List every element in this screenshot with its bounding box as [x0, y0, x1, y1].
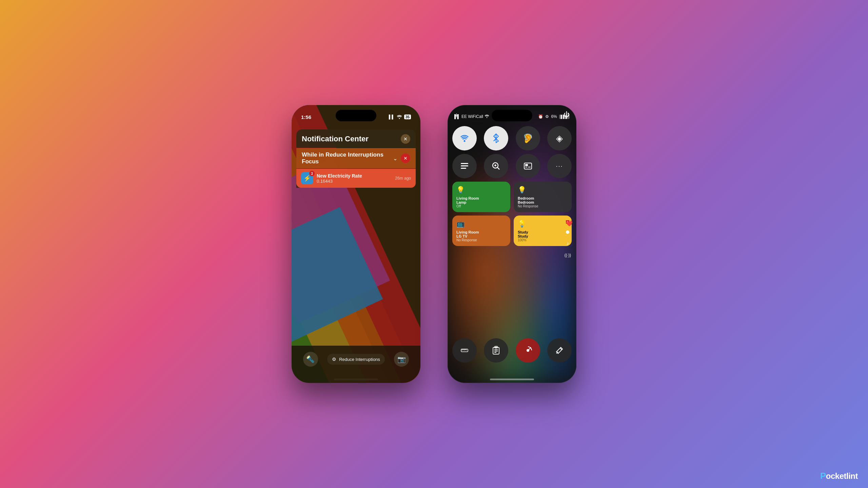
phone-1: 1:56 ▌▌ 35 Notification Center ✕ [292, 105, 420, 383]
reduce-interruptions-label: Reduce Interruptions [339, 357, 380, 362]
radar-button[interactable] [516, 338, 540, 363]
svg-rect-13 [525, 164, 528, 166]
notes-button[interactable] [452, 154, 477, 178]
wifi-toggle[interactable] [452, 126, 477, 150]
nc-chevron-icon[interactable]: ⌄ [393, 155, 397, 162]
study-lamp-tile[interactable]: 💡 Study Study 100% [514, 216, 572, 246]
phone-2: + ⏻ ▌▌ EE WiFiCall ⏰ ⚙ 6% [448, 105, 576, 383]
phone2-battery: 6% [551, 114, 557, 119]
hearing-toggle[interactable]: 🦻 [516, 126, 540, 150]
nc-group: While in Reduce Interruptions Focus ⌄ ✕ … [296, 148, 416, 188]
nc-group-header: While in Reduce Interruptions Focus ⌄ ✕ [296, 148, 416, 168]
bedroom-tile[interactable]: 💡 Bedroom Bedroom No Response [514, 182, 572, 212]
phone2-alarm-icon: ⏰ [538, 114, 543, 119]
nc-notif-time: 26m ago [395, 176, 411, 181]
ruler-button[interactable] [452, 338, 477, 363]
svg-rect-14 [525, 167, 527, 167]
phone2-status-bar: ▌▌ EE WiFiCall ⏰ ⚙ 6% ▌▌▌ [448, 110, 576, 123]
svg-rect-7 [461, 168, 466, 169]
reduce-interruptions-button[interactable]: ⚙ Reduce Interruptions [327, 354, 385, 365]
smart-home-row-1: 💡 Living Room Lamp Off 💡 Bedroom Bedroom [452, 182, 572, 212]
nc-notification-item[interactable]: ⚡ 3 New Electricity Rate 0.16443 26m ago [296, 169, 416, 188]
smart-home-row-2: 📺 Living Room LG TV No Response 💡 Study … [452, 216, 572, 246]
nc-header: Notification Center ✕ [296, 129, 416, 148]
home-indicator-2 [490, 379, 534, 380]
nc-badge-count: 3 [309, 171, 315, 176]
cc-row-2: ··· [452, 154, 572, 178]
add-button[interactable]: + [454, 111, 459, 120]
control-center: 🦻 ◈ [452, 126, 572, 249]
pencil-button[interactable] [547, 338, 572, 363]
watermark: Pocketlint [820, 471, 858, 481]
nc-notif-badge: ⚡ 3 [301, 172, 313, 184]
nc-group-title: While in Reduce Interruptions Focus [302, 151, 393, 165]
phone1-battery: 35 [404, 115, 411, 119]
svg-line-3 [494, 136, 496, 139]
watermark-p: P [820, 471, 826, 481]
nc-group-close-button[interactable]: ✕ [401, 154, 410, 163]
nc-notif-content: New Electricity Rate 0.16443 [317, 173, 392, 184]
bluetooth-toggle[interactable] [484, 126, 508, 150]
radio-icon: ((·)) [565, 253, 571, 258]
svg-point-1 [487, 117, 488, 118]
nc-notif-title: New Electricity Rate [317, 173, 392, 179]
media-player-button[interactable] [516, 154, 540, 178]
living-room-lamp-tile[interactable]: 💡 Living Room Lamp Off [452, 182, 510, 212]
svg-rect-6 [461, 165, 468, 166]
phone1-signal-icon: ▌▌ [389, 115, 395, 119]
svg-rect-12 [524, 163, 532, 169]
more-controls-button[interactable]: ··· [547, 154, 572, 178]
clipboard-button[interactable] [484, 338, 508, 363]
phone1-time: 1:56 [301, 114, 311, 120]
phone2-wifi-icon [485, 114, 489, 119]
heart-indicator: ❤️ [566, 220, 569, 224]
shortcuts-toggle[interactable]: ◈ [547, 126, 572, 150]
phone1-bottom-bar: 🔦 ⚙ Reduce Interruptions 📷 [292, 346, 420, 383]
nc-group-actions: ⌄ ✕ [393, 154, 410, 163]
camera-button[interactable]: 📷 [394, 352, 409, 367]
flashlight-button[interactable]: 🔦 [303, 352, 318, 367]
dot-indicator [566, 230, 569, 234]
phone1-wifi-icon [397, 114, 402, 120]
music-icon: ♪ [567, 241, 569, 246]
dynamic-island-1 [336, 110, 376, 121]
phone2-carrier: EE WiFiCall [461, 114, 483, 119]
cc-row-1: 🦻 ◈ [452, 126, 572, 150]
notification-center: Notification Center ✕ While in Reduce In… [292, 126, 420, 191]
svg-rect-5 [461, 163, 468, 164]
svg-rect-22 [493, 347, 499, 354]
nc-notif-body: 0.16443 [317, 179, 392, 184]
nc-close-button[interactable]: ✕ [401, 134, 410, 144]
nc-title: Notification Center [302, 135, 369, 143]
cc-bottom-row [452, 338, 572, 363]
power-button[interactable]: ⏻ [564, 111, 570, 118]
watermark-text: ocketlint [826, 471, 858, 481]
svg-point-2 [464, 140, 466, 142]
svg-line-9 [497, 167, 499, 169]
svg-rect-15 [528, 167, 531, 167]
accessibility-zoom-button[interactable] [484, 154, 508, 178]
svg-line-4 [494, 139, 496, 141]
svg-point-0 [399, 118, 400, 119]
living-room-tv-tile[interactable]: 📺 Living Room LG TV No Response [452, 216, 510, 246]
phone2-gear-icon: ⚙ [545, 114, 549, 119]
